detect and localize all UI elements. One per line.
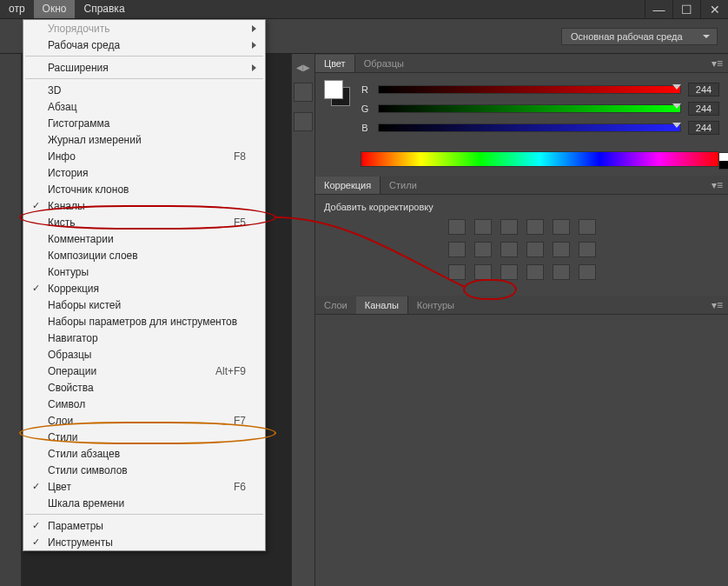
label-b: B [359, 123, 371, 133]
window-controls: — ☐ ✕ [645, 0, 728, 18]
adj-lookup-icon[interactable] [553, 242, 570, 257]
adj-extra2-icon[interactable] [579, 264, 596, 280]
tab-correction[interactable]: Коррекция [315, 176, 381, 194]
adj-channel-mixer-icon[interactable] [526, 242, 544, 257]
menu-measure-log[interactable]: Журнал измерений [23, 131, 265, 148]
value-r[interactable]: 244 [688, 83, 719, 97]
menu-workspace[interactable]: Рабочая среда [23, 37, 265, 53]
menu-histogram[interactable]: Гистограмма [23, 115, 265, 131]
menu-layers[interactable]: СлоиF7 [23, 412, 265, 429]
fg-bg-swatch[interactable] [324, 80, 350, 106]
color-spectrum[interactable] [361, 151, 719, 167]
dock-icon-1[interactable] [294, 83, 313, 102]
adj-curves-icon[interactable] [500, 219, 518, 235]
menu-history[interactable]: История [23, 164, 265, 181]
menu-character[interactable]: Символ [23, 396, 265, 412]
workspace-selector[interactable]: Основная рабочая среда [561, 28, 718, 45]
adj-poster-icon[interactable] [448, 264, 466, 280]
menu-brush[interactable]: КистьF5 [23, 214, 265, 230]
dock-icon-2[interactable] [294, 112, 313, 131]
close-button[interactable]: ✕ [700, 0, 728, 19]
value-g[interactable]: 244 [688, 102, 719, 116]
menu-info[interactable]: ИнфоF8 [23, 148, 265, 164]
tab-layers[interactable]: Слои [315, 296, 356, 314]
adj-gradient-map-icon[interactable] [500, 264, 518, 280]
menu-paths[interactable]: Контуры [23, 263, 265, 280]
menu-options[interactable]: Параметры [23, 517, 265, 534]
menu-color[interactable]: ЦветF6 [23, 478, 265, 495]
adj-vibrance-icon[interactable] [553, 219, 570, 235]
menu-char-styles[interactable]: Стили символов [23, 462, 265, 478]
menu-properties[interactable]: Свойства [23, 379, 265, 396]
adj-invert-icon[interactable] [579, 242, 596, 257]
layers-panel-menu-icon[interactable]: ▾≡ [706, 299, 728, 311]
tab-color[interactable]: Цвет [315, 55, 355, 72]
menu-clone-source[interactable]: Источник клонов [23, 181, 265, 197]
menu-help[interactable]: Справка [75, 0, 133, 18]
tab-paths[interactable]: Контуры [408, 296, 463, 314]
color-panel-body: R 244 G 244 B 244 [315, 73, 728, 146]
adj-bw-icon[interactable] [448, 242, 466, 257]
menu-tool-presets[interactable]: Наборы параметров для инструментов [23, 313, 265, 330]
menu-tools[interactable]: Инструменты [23, 534, 265, 550]
menu-navigator[interactable]: Навигатор [23, 330, 265, 346]
label-r: R [359, 84, 371, 95]
adjust-panel-header: Коррекция Стили ▾≡ [315, 176, 728, 195]
adjust-panel-body: Добавить корректировку [315, 195, 728, 296]
menu-3d[interactable]: 3D [23, 82, 265, 98]
minimize-button[interactable]: — [645, 0, 672, 19]
tab-swatches[interactable]: Образцы [355, 55, 413, 72]
adjust-panel-menu-icon[interactable]: ▾≡ [706, 179, 728, 191]
adj-threshold-icon[interactable] [474, 264, 492, 280]
menu-paragraph[interactable]: Абзац [23, 98, 265, 115]
add-adjustment-label: Добавить корректировку [324, 202, 719, 212]
menu-swatches[interactable]: Образцы [23, 346, 265, 363]
color-panel-header: Цвет Образцы ▾≡ [315, 54, 728, 73]
menu-brush-presets[interactable]: Наборы кистей [23, 296, 265, 313]
right-panels: Цвет Образцы ▾≡ R 244 G 244 B [315, 54, 728, 586]
left-gutter [0, 54, 22, 586]
menu-extensions[interactable]: Расширения [23, 59, 265, 76]
adj-balance-icon[interactable] [474, 242, 492, 257]
menu-comments[interactable]: Комментарии [23, 230, 265, 247]
collapsed-dock: ◀▶ [291, 54, 315, 586]
value-b[interactable]: 244 [688, 121, 719, 135]
channels-panel-body [315, 315, 728, 586]
menu-timeline[interactable]: Шкала времени [23, 495, 265, 511]
menu-para-styles[interactable]: Стили абзацев [23, 445, 265, 462]
label-g: G [359, 103, 371, 114]
color-panel-menu-icon[interactable]: ▾≡ [706, 57, 728, 70]
expand-dock-icon[interactable]: ◀▶ [296, 63, 310, 72]
adj-photo-filter-icon[interactable] [500, 242, 518, 257]
adj-hsv-icon[interactable] [579, 219, 596, 235]
adj-brightness-icon[interactable] [448, 219, 466, 235]
menu-channels[interactable]: Каналы [23, 197, 265, 214]
menu-arrange[interactable]: Упорядочить [23, 20, 265, 37]
tab-channels[interactable]: Каналы [356, 296, 408, 314]
menu-layer-comps[interactable]: Композиции слоев [23, 247, 265, 263]
slider-b[interactable] [378, 123, 681, 132]
tab-styles[interactable]: Стили [381, 176, 426, 194]
slider-r[interactable] [378, 85, 681, 94]
menu-styles[interactable]: Стили [23, 429, 265, 445]
window-menu-dropdown: Упорядочить Рабочая среда Расширения 3D … [23, 19, 266, 551]
adj-selective-icon[interactable] [526, 264, 544, 280]
menu-truncated[interactable]: отр [0, 0, 34, 18]
adj-extra1-icon[interactable] [553, 264, 570, 280]
menu-actions[interactable]: ОперацииAlt+F9 [23, 363, 265, 379]
adj-exposure-icon[interactable] [526, 219, 544, 235]
adj-levels-icon[interactable] [474, 219, 492, 235]
menu-adjustments[interactable]: Коррекция [23, 280, 265, 296]
slider-g[interactable] [378, 104, 681, 113]
menu-window[interactable]: Окно [34, 0, 76, 18]
menubar: отр Окно Справка — ☐ ✕ [0, 0, 728, 19]
restore-button[interactable]: ☐ [672, 0, 700, 19]
layers-panel-header: Слои Каналы Контуры ▾≡ [315, 296, 728, 315]
